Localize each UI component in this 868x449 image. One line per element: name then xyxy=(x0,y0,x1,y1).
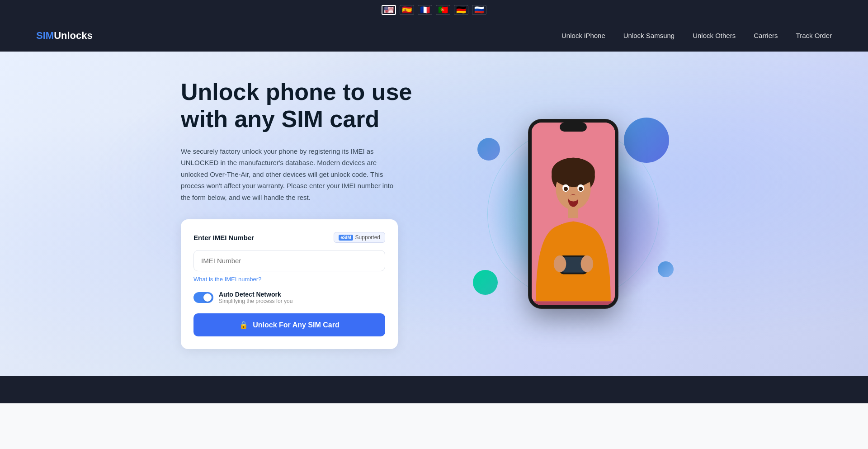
form-label: Enter IMEI Number xyxy=(193,234,254,241)
toggle-main-label: Auto Detect Network xyxy=(219,291,292,298)
navbar: SIM Unlocks Unlock iPhone Unlock Samsung… xyxy=(0,20,868,52)
flag-pt[interactable]: 🇵🇹 xyxy=(436,5,450,15)
nav-carriers[interactable]: Carriers xyxy=(754,32,778,39)
flag-us[interactable]: 🇺🇸 xyxy=(382,5,396,15)
unlock-button-label: Unlock For Any SIM Card xyxy=(253,321,339,329)
logo-unlocks: Unlocks xyxy=(54,30,93,42)
esim-badge: eSIM Supported xyxy=(334,232,385,243)
toggle-track[interactable] xyxy=(193,292,213,303)
flag-fr[interactable]: 🇫🇷 xyxy=(418,5,432,15)
lock-icon: 🔒 xyxy=(239,321,248,329)
nav-unlock-others[interactable]: Unlock Others xyxy=(693,32,736,39)
language-bar: 🇺🇸 🇪🇸 🇫🇷 🇵🇹 🇩🇪 🇷🇺 xyxy=(0,0,868,20)
flag-es[interactable]: 🇪🇸 xyxy=(400,5,414,15)
footer xyxy=(0,376,868,403)
svg-point-13 xyxy=(554,255,566,272)
form-card-header: Enter IMEI Number eSIM Supported xyxy=(193,232,385,243)
phone-mockup xyxy=(528,119,618,309)
deco-circle-blue-small xyxy=(477,138,500,161)
deco-circle-small-blue xyxy=(658,261,674,277)
toggle-thumb xyxy=(203,293,212,302)
svg-point-9 xyxy=(568,195,578,202)
nav-unlock-iphone[interactable]: Unlock iPhone xyxy=(561,32,605,39)
imei-info-link[interactable]: What is the IMEI number? xyxy=(193,276,385,283)
flag-ru[interactable]: 🇷🇺 xyxy=(472,5,486,15)
svg-point-3 xyxy=(552,158,595,187)
phone-notch xyxy=(560,123,587,132)
deco-circle-blue-large xyxy=(624,118,669,163)
toggle-row: Auto Detect Network Simplifying the proc… xyxy=(193,291,385,304)
unlock-button[interactable]: 🔒 Unlock For Any SIM Card xyxy=(193,313,385,336)
nav-track-order[interactable]: Track Order xyxy=(796,32,832,39)
hero-section: Unlock phone to use with any SIM card We… xyxy=(0,52,868,376)
nav-links: Unlock iPhone Unlock Samsung Unlock Othe… xyxy=(561,32,832,40)
esim-supported-text: Supported xyxy=(355,234,380,241)
svg-point-7 xyxy=(579,187,583,191)
phone-outer xyxy=(528,119,618,309)
esim-tag: eSIM xyxy=(339,235,353,241)
flag-de[interactable]: 🇩🇪 xyxy=(454,5,468,15)
logo[interactable]: SIM Unlocks xyxy=(36,30,93,42)
toggle-text: Auto Detect Network Simplifying the proc… xyxy=(219,291,292,304)
hero-description: We securely factory unlock your phone by… xyxy=(181,146,398,203)
svg-point-14 xyxy=(581,255,594,272)
auto-detect-toggle[interactable] xyxy=(193,292,213,303)
deco-circle-teal-dot xyxy=(473,270,498,295)
hero-title: Unlock phone to use with any SIM card xyxy=(181,79,459,133)
hero-right xyxy=(459,87,687,340)
phone-screen xyxy=(532,123,615,305)
hero-left: Unlock phone to use with any SIM card We… xyxy=(181,79,459,349)
svg-rect-10 xyxy=(568,208,578,218)
phone-person-visual xyxy=(532,123,615,305)
toggle-sub-label: Simplifying the process for you xyxy=(219,298,292,304)
svg-point-6 xyxy=(564,187,568,191)
nav-unlock-samsung[interactable]: Unlock Samsung xyxy=(623,32,675,39)
imei-input[interactable] xyxy=(193,250,385,271)
imei-form-card: Enter IMEI Number eSIM Supported What is… xyxy=(181,219,398,349)
logo-sim: SIM xyxy=(36,30,54,42)
